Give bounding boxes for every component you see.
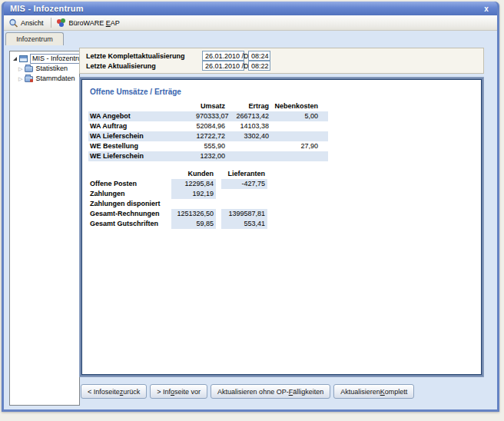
tree-item-stammdaten[interactable]: Stammdaten [10, 74, 79, 84]
cell-umsatz: 555,90 [196, 141, 225, 151]
buroware-eap-button[interactable]: BüroWARE EAP [55, 18, 124, 28]
infoseite-vor-button[interactable]: > Infoseite vor [150, 384, 207, 399]
panel-title: Offene Umsätze / Erträge [90, 88, 481, 96]
info-panel-body: Offene Umsätze / Erträge Umsatz Ertrag N… [81, 79, 482, 375]
navigation-tree: MIS - Infozentrum Statistiken Stammdaten [9, 51, 80, 406]
ansicht-button[interactable]: Ansicht [6, 18, 48, 28]
cell-umsatz: 52084,96 [196, 121, 225, 131]
column-header-kunden: Kunden [171, 169, 216, 179]
expanded-twisty-icon[interactable] [13, 57, 17, 61]
row-label: WA Auftrag [88, 121, 196, 131]
tree-item-statistiken[interactable]: Statistiken [10, 64, 79, 74]
footer-button-bar: < Infoseite zurück > Infoseite vor Aktua… [81, 384, 414, 399]
window-title: MIS - Infozentrum [10, 4, 480, 13]
update-label: Letzte Aktualisierung [86, 62, 202, 70]
time-field[interactable]: 08:22 [248, 61, 270, 71]
table-header-row: Kunden Lieferanten [88, 169, 328, 179]
tree-item-label: Statistiken [35, 65, 68, 73]
table-row: Offene Posten 12295,84 -427,75 [88, 179, 328, 189]
date-field[interactable]: 26.01.2010 /Di [202, 51, 244, 61]
table-row: Zahlungen disponiert [88, 199, 328, 209]
cell-nebenkosten: 27,90 [269, 141, 323, 151]
column-header-nebenkosten: Nebenkosten [269, 101, 323, 111]
table-row: Gesamt Gutschriften 59,85 553,41 [88, 219, 328, 229]
cell-ertrag: 3302,40 [225, 131, 269, 141]
column-header-lieferanten: Lieferanten [221, 169, 267, 179]
table-row: WA Auftrag 52084,96 14103,38 [88, 121, 328, 131]
row-label: Zahlungen disponiert [88, 199, 171, 209]
tree-item-mis-infozentrum[interactable]: MIS - Infozentrum [10, 54, 79, 64]
folder-icon [25, 66, 33, 72]
close-icon[interactable]: x [480, 3, 492, 14]
cell-umsatz: 1232,00 [196, 151, 225, 161]
buroware-eap-label: BüroWARE EAP [69, 19, 120, 27]
cell-lieferanten: -427,75 [221, 179, 267, 189]
cell-lieferanten: 553,41 [221, 219, 267, 229]
table-row: Zahlungen 192,19 [88, 189, 328, 199]
tab-label: Infozentrum [16, 35, 53, 43]
aktualisieren-komplett-button[interactable]: Aktualisieren Komplett [333, 384, 414, 399]
update-label: Letzte Komplettaktualisierung [86, 52, 202, 60]
open-sales-table: Umsatz Ertrag Nebenkosten WA Angebot 970… [88, 101, 328, 161]
table-row: WA Lieferschein 12722,72 3302,40 [88, 131, 328, 141]
infoseite-zurueck-button[interactable]: < Infoseite zurück [81, 384, 147, 399]
folder-edit-icon [25, 76, 33, 82]
ansicht-button-label: Ansicht [21, 19, 44, 27]
collapsed-twisty-icon[interactable] [18, 76, 22, 81]
update-row-aktualisierung: Letzte Aktualisierung 26.01.2010 /Di 08:… [86, 61, 477, 71]
cell-kunden: 59,85 [171, 219, 216, 229]
column-header-umsatz: Umsatz [196, 101, 225, 111]
update-row-komplett: Letzte Komplettaktualisierung 26.01.2010… [86, 51, 477, 61]
table-row: WE Bestellung 555,90 27,90 [88, 141, 328, 151]
cell-ertrag: 266713,42 [225, 111, 269, 121]
table-row: Gesamt-Rechnungen 1251326,50 1399587,81 [88, 209, 328, 219]
info-panel: Offene Umsätze / Erträge Umsatz Ertrag N… [79, 77, 484, 377]
cell-umsatz: 970333,07 [196, 111, 225, 121]
cell-umsatz: 12722,72 [196, 131, 225, 141]
tab-infozentrum[interactable]: Infozentrum [5, 32, 64, 45]
last-update-panel: Letzte Komplettaktualisierung 26.01.2010… [79, 48, 484, 74]
cell-kunden: 1251326,50 [171, 209, 216, 219]
infocenter-icon [19, 55, 28, 62]
app-window: MIS - Infozentrum x Ansicht BüroWARE EAP [2, 2, 499, 412]
row-label: WE Bestellung [88, 141, 196, 151]
open-items-table: Kunden Lieferanten Offene Posten 12295,8… [88, 169, 328, 229]
cell-ertrag: 14103,38 [225, 121, 269, 131]
title-bar[interactable]: MIS - Infozentrum x [4, 2, 497, 15]
toolbar: Ansicht BüroWARE EAP [4, 15, 497, 31]
tree-item-label: Stammdaten [35, 75, 75, 83]
row-label: WE Lieferschein [88, 151, 196, 161]
aktualisieren-ohne-op-button[interactable]: Aktualisieren ohne OP-Fälligkeiten [211, 384, 330, 399]
row-label: WA Angebot [88, 111, 196, 121]
toolbar-separator [51, 18, 51, 28]
buroware-icon [57, 18, 67, 28]
table-row: WE Lieferschein 1232,00 [88, 151, 328, 161]
collapsed-twisty-icon[interactable] [18, 66, 22, 71]
cell-nebenkosten: 5,00 [269, 111, 323, 121]
magnifier-icon [8, 18, 18, 28]
row-label: Offene Posten [88, 179, 171, 189]
column-header-ertrag: Ertrag [225, 101, 269, 111]
cell-lieferanten: 1399587,81 [221, 209, 267, 219]
time-field[interactable]: 08:24 [248, 51, 270, 61]
content-area: Infozentrum MIS - Infozentrum Statistike… [4, 31, 497, 409]
window-client-area: Ansicht BüroWARE EAP Infozentrum MIS - I… [4, 15, 497, 409]
row-label: Gesamt Gutschriften [88, 219, 171, 229]
row-label: WA Lieferschein [88, 131, 196, 141]
table-row: WA Angebot 970333,07 266713,42 5,00 [88, 111, 328, 121]
cell-kunden: 12295,84 [171, 179, 216, 189]
row-label: Zahlungen [88, 189, 171, 199]
date-field[interactable]: 26.01.2010 /Di [202, 61, 244, 71]
row-label: Gesamt-Rechnungen [88, 209, 171, 219]
table-header-row: Umsatz Ertrag Nebenkosten [88, 101, 328, 111]
cell-kunden: 192,19 [171, 189, 216, 199]
